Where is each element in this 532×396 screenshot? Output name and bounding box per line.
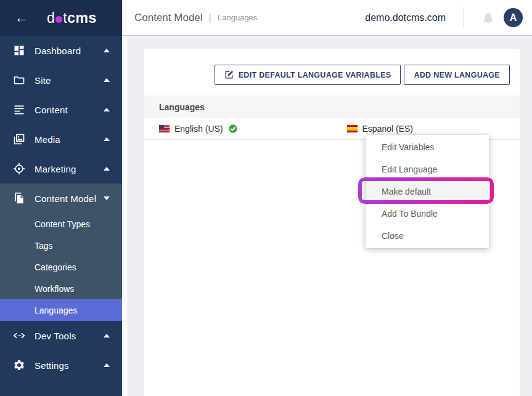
gear-icon xyxy=(12,358,26,372)
sidebar-item-label: Settings xyxy=(35,360,104,371)
menu-item-label: Make default xyxy=(382,187,431,196)
folder-icon xyxy=(12,73,26,87)
sidebar-item-dev-tools[interactable]: Dev Tools xyxy=(0,321,122,350)
logo-text-d: d xyxy=(47,10,55,26)
header-divider xyxy=(463,7,464,28)
sidebar-item-dashboard[interactable]: Dashboard xyxy=(0,36,122,65)
sidebar-item-workflows[interactable]: Workflows xyxy=(0,278,122,299)
sidebar-item-label: Dev Tools xyxy=(35,331,104,341)
breadcrumb-page: Languages xyxy=(218,13,257,22)
site-selector[interactable]: demo.dotcms.com xyxy=(365,0,446,35)
sidebar-item-label: Dashboard xyxy=(35,46,104,56)
logo-dot-icon xyxy=(55,16,62,23)
menu-item-label: Edit Variables xyxy=(382,142,434,152)
menu-item-label: Close xyxy=(382,231,404,241)
sidebar-item-marketing[interactable]: Marketing xyxy=(0,154,122,184)
sidebar-item-label: Site xyxy=(35,75,104,86)
media-icon xyxy=(12,132,26,146)
languages-table-header: Languages xyxy=(144,95,520,118)
language-cell-english[interactable]: English (US) xyxy=(144,118,332,139)
code-icon xyxy=(12,329,26,342)
chevron-down-icon xyxy=(104,196,110,200)
sidebar-item-media[interactable]: Media xyxy=(0,124,122,154)
chevron-up-icon xyxy=(104,49,110,52)
sidebar-item-settings[interactable]: Settings xyxy=(0,350,122,380)
logo-text-cms: cms xyxy=(67,10,97,26)
add-new-language-button[interactable]: ADD NEW LANGUAGE xyxy=(404,65,510,85)
toolbar: EDIT DEFAULT LANGUAGE VARIABLES ADD NEW … xyxy=(215,65,510,85)
content-lines-icon xyxy=(12,103,26,116)
breadcrumb-separator: | xyxy=(209,12,211,24)
sidebar-item-label: Media xyxy=(35,134,104,145)
logo-block: ← d t cms xyxy=(0,0,122,36)
dashboard-icon xyxy=(12,44,26,57)
button-label: EDIT DEFAULT LANGUAGE VARIABLES xyxy=(239,71,391,79)
sidebar-item-site[interactable]: Site xyxy=(0,65,122,95)
back-arrow-icon[interactable]: ← xyxy=(15,11,28,25)
breadcrumb-section: Content Model xyxy=(134,12,203,24)
chevron-up-icon xyxy=(104,137,110,141)
sidebar-subitem-label: Categories xyxy=(35,262,76,272)
target-icon xyxy=(12,162,26,176)
top-header: ← d t cms Content Model | Languages demo… xyxy=(0,0,532,36)
language-label: English (US) xyxy=(174,124,223,134)
sidebar-item-content[interactable]: Content xyxy=(0,95,122,124)
user-avatar[interactable]: A xyxy=(504,8,523,27)
chevron-up-icon xyxy=(104,78,110,82)
sidebar-item-tags[interactable]: Tags xyxy=(0,235,122,256)
edit-icon xyxy=(224,70,234,79)
file-copy-icon xyxy=(12,192,26,205)
chevron-up-icon xyxy=(104,167,110,171)
edit-default-language-variables-button[interactable]: EDIT DEFAULT LANGUAGE VARIABLES xyxy=(215,65,401,85)
chevron-up-icon xyxy=(104,108,110,111)
menu-item-label: Add To Bundle xyxy=(382,209,438,219)
language-context-menu: Edit Variables Edit Language Make defaul… xyxy=(366,135,489,248)
sidebar-group-content-model: Content Model Content Types Tags Categor… xyxy=(0,184,122,321)
sidebar-item-languages[interactable]: Languages xyxy=(0,299,122,321)
menu-item-add-to-bundle[interactable]: Add To Bundle xyxy=(366,203,489,225)
menu-item-edit-language[interactable]: Edit Language xyxy=(366,158,489,180)
default-language-check-icon xyxy=(228,124,238,134)
sidebar: Dashboard Site Content Media xyxy=(0,36,122,396)
content-left-gutter xyxy=(122,36,127,396)
table-header-label: Languages xyxy=(159,102,205,112)
es-flag-icon xyxy=(347,125,358,132)
logo-text-t: t xyxy=(63,10,67,26)
sidebar-subitem-label: Tags xyxy=(35,241,53,251)
menu-item-label: Edit Language xyxy=(382,164,437,174)
menu-item-edit-variables[interactable]: Edit Variables xyxy=(366,136,489,158)
languages-card: EDIT DEFAULT LANGUAGE VARIABLES ADD NEW … xyxy=(144,49,520,396)
sidebar-subitem-label: Content Types xyxy=(35,219,90,229)
sidebar-item-content-model[interactable]: Content Model xyxy=(0,184,122,213)
main-content: EDIT DEFAULT LANGUAGE VARIABLES ADD NEW … xyxy=(122,36,532,396)
chevron-up-icon xyxy=(104,334,110,337)
dotcms-languages-page: ← d t cms Content Model | Languages demo… xyxy=(0,0,532,396)
sidebar-item-label: Marketing xyxy=(35,164,104,174)
sidebar-item-categories[interactable]: Categories xyxy=(0,256,122,278)
sidebar-item-label: Content xyxy=(35,105,104,115)
menu-item-close[interactable]: Close xyxy=(366,225,489,247)
sidebar-subitem-label: Workflows xyxy=(35,284,74,294)
sidebar-item-label: Content Model xyxy=(35,193,104,204)
breadcrumb: Content Model | Languages xyxy=(134,0,257,35)
notifications-bell-icon[interactable] xyxy=(481,11,495,25)
sidebar-subitem-label: Languages xyxy=(35,305,77,315)
chevron-up-icon xyxy=(104,363,110,367)
sidebar-item-content-types[interactable]: Content Types xyxy=(0,213,122,235)
dotcms-logo: d t cms xyxy=(47,10,97,26)
button-label: ADD NEW LANGUAGE xyxy=(414,71,500,79)
language-label: Espanol (ES) xyxy=(362,124,413,134)
us-flag-icon xyxy=(159,125,170,132)
menu-item-make-default[interactable]: Make default xyxy=(366,180,489,203)
